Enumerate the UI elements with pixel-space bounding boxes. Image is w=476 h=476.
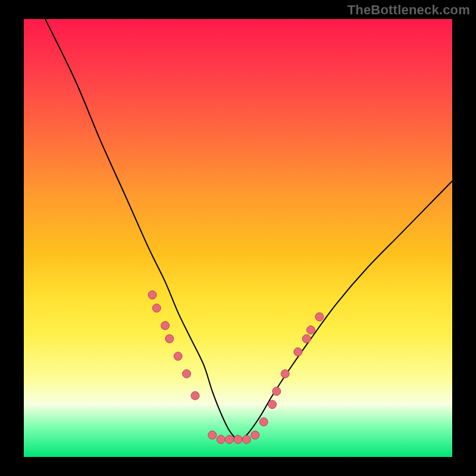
watermark-text: TheBottleneck.com — [347, 2, 470, 18]
data-point — [259, 418, 268, 426]
data-point — [183, 369, 191, 378]
data-point — [268, 400, 277, 409]
data-point — [234, 436, 242, 444]
data-point — [273, 387, 281, 396]
data-point — [152, 304, 161, 312]
chart-stage: TheBottleneck.com — [0, 0, 476, 476]
data-point — [251, 431, 259, 439]
data-point — [165, 334, 174, 343]
data-point — [174, 352, 182, 361]
data-point — [281, 369, 289, 378]
data-point — [242, 436, 250, 444]
data-point — [226, 436, 234, 444]
data-point — [315, 313, 324, 321]
data-point — [161, 321, 170, 330]
data-point — [217, 436, 225, 444]
data-point — [302, 334, 311, 343]
plot-svg — [24, 19, 452, 457]
plot-area — [24, 19, 452, 457]
data-points-group — [148, 291, 324, 444]
data-point — [306, 326, 315, 334]
data-point — [208, 431, 217, 439]
data-point — [148, 291, 156, 299]
data-point — [191, 392, 199, 400]
data-point — [294, 347, 302, 356]
bottleneck-curve — [45, 19, 452, 440]
